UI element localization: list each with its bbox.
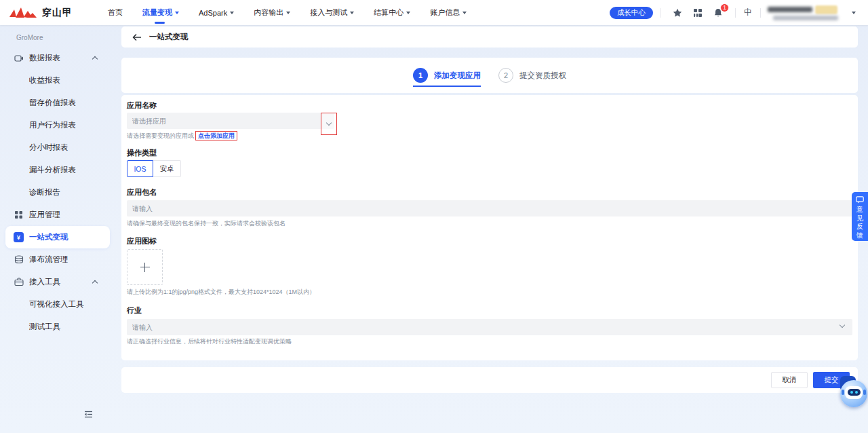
- app-icon-upload[interactable]: [127, 249, 163, 285]
- divider: [735, 8, 736, 18]
- coins-stack-icon: [14, 255, 24, 265]
- sidebar-item-one-stop-monetization[interactable]: ¥ 一站式变现: [5, 226, 110, 248]
- chevron-down-icon: [286, 12, 290, 14]
- chevron-down-icon: [350, 12, 354, 14]
- main-nav: 首页 流量变现 AdSpark 内容输出 接入与测试 结算中心 账户信息: [108, 0, 486, 25]
- form-footer: 取消 提交: [121, 367, 858, 393]
- notification-badge: 1: [720, 3, 729, 12]
- yuan-currency-icon: ¥: [14, 232, 24, 242]
- sidebar-item-diagnosis-report[interactable]: 诊断报告: [0, 181, 116, 204]
- add-app-form: 应用名称 请选择需要变现的应用或点击添加应用 操作类型 IOS 安卓 应用包名 …: [121, 95, 858, 360]
- sidebar-item-test-tool[interactable]: 测试工具: [0, 316, 116, 338]
- customer-service-robot[interactable]: [838, 376, 868, 409]
- sidebar-item-visual-integration-tool[interactable]: 可视化接入工具: [0, 293, 116, 316]
- nav-item-adspark[interactable]: AdSpark: [199, 0, 234, 25]
- sidebar-item-user-behavior-report[interactable]: 用户行为报表: [0, 114, 116, 136]
- app-name-select[interactable]: [127, 113, 334, 129]
- sidebar-item-funnel-analysis-report[interactable]: 漏斗分析报表: [0, 159, 116, 181]
- industry-hint: 请正确选择行业信息，后续将针对行业特性适配变现调优策略: [127, 337, 292, 346]
- pangle-logo-icon: [9, 7, 37, 19]
- back-icon[interactable]: [132, 33, 142, 41]
- apps-grid-icon[interactable]: [692, 7, 703, 18]
- stepper: 1 添加变现应用 2 提交资质授权: [121, 58, 858, 93]
- navbar-right: 成长中心 1 中: [610, 3, 856, 23]
- feedback-tab[interactable]: 意见反馈: [852, 192, 868, 241]
- nav-item-content-output[interactable]: 内容输出: [254, 0, 290, 25]
- divider: [760, 8, 761, 18]
- robot-ear: [863, 390, 866, 395]
- feedback-label: 意见反馈: [856, 206, 864, 240]
- chevron-down-icon: [326, 120, 332, 126]
- package-name-hint: 请确保与最终变现的包名保持一致，实际请求会校验该包名: [127, 219, 285, 228]
- top-navbar: 穿山甲 首页 流量变现 AdSpark 内容输出 接入与测试 结算中心 账户信息…: [0, 0, 868, 25]
- chevron-up-icon: [92, 56, 98, 62]
- app-name-select-input[interactable]: [127, 113, 334, 129]
- page: 穿山甲 首页 流量变现 AdSpark 内容输出 接入与测试 结算中心 账户信息…: [0, 0, 868, 433]
- sidebar-item-integration-tools[interactable]: 接入工具: [0, 271, 116, 293]
- logo-text: 穿山甲: [42, 7, 73, 19]
- chevron-down-icon: [462, 12, 467, 14]
- chevron-up-icon: [92, 280, 98, 286]
- chevron-down-icon: [852, 12, 856, 14]
- step-label: 提交资质授权: [519, 71, 566, 81]
- plus-icon: [140, 263, 150, 272]
- redacted-account-id: [773, 16, 838, 20]
- bell-icon[interactable]: 1: [713, 7, 724, 18]
- divider: [660, 8, 660, 18]
- industry-label: 行业: [127, 305, 142, 316]
- step-submit-qualification[interactable]: 2 提交资质授权: [498, 58, 566, 93]
- sidebar-item-hourly-report[interactable]: 分小时报表: [0, 136, 116, 159]
- sidebar-item-app-management[interactable]: 应用管理: [0, 204, 116, 226]
- app-name-label: 应用名称: [127, 100, 157, 111]
- annotation-box-select-arrow: [321, 113, 337, 135]
- robot-avatar: [840, 380, 867, 407]
- briefcase-icon: [14, 277, 24, 287]
- account-menu[interactable]: [768, 3, 848, 23]
- os-option-android[interactable]: 安卓: [153, 160, 181, 177]
- main-content: 一站式变现 1 添加变现应用 2 提交资质授权 应用名称 请选择需要变现的应用或…: [121, 25, 858, 393]
- redacted-account-name: [768, 7, 812, 12]
- app-name-hint: 请选择需要变现的应用或点击添加应用: [127, 132, 237, 140]
- step-add-monetization-app[interactable]: 1 添加变现应用: [413, 58, 481, 93]
- app-icon-hint: 请上传比例为1:1的jpg/png格式文件，最大支持1024*1024（1M以内…: [127, 288, 315, 297]
- nav-item-monetization[interactable]: 流量变现: [142, 0, 179, 25]
- star-icon[interactable]: [672, 7, 683, 18]
- robot-eye: [855, 391, 858, 394]
- sidebar-item-retention-value-report[interactable]: 留存价值报表: [0, 92, 116, 114]
- os-type-label: 操作类型: [127, 148, 157, 158]
- chevron-down-icon: [230, 12, 234, 14]
- step-number: 2: [498, 68, 513, 83]
- cancel-button[interactable]: 取消: [771, 372, 808, 388]
- grid-squares-icon: [14, 210, 24, 220]
- add-app-link[interactable]: 点击添加应用: [195, 131, 237, 140]
- chevron-down-icon: [175, 12, 179, 14]
- nav-item-account-info[interactable]: 账户信息: [430, 0, 467, 25]
- page-title: 一站式变现: [149, 32, 189, 42]
- step-number: 1: [413, 68, 428, 83]
- os-option-ios[interactable]: IOS: [127, 160, 153, 177]
- robot-eye: [850, 391, 853, 394]
- sidebar-item-revenue-report[interactable]: 收益报表: [0, 69, 116, 92]
- sidebar-item-waterfall-management[interactable]: 瀑布流管理: [0, 248, 116, 271]
- nav-item-home[interactable]: 首页: [108, 0, 123, 25]
- robot-visor: [848, 389, 861, 396]
- nav-item-settlement[interactable]: 结算中心: [374, 0, 410, 25]
- sidebar: GroMore 数据报表 收益报表 留存价值报表 用户行为报表 分小时报表 漏斗…: [0, 25, 116, 433]
- package-name-input[interactable]: [127, 200, 852, 216]
- sidebar-collapse-icon[interactable]: [83, 409, 94, 419]
- industry-select-input[interactable]: [127, 319, 852, 335]
- nav-item-integration-test[interactable]: 接入与测试: [310, 0, 354, 25]
- growth-center-button[interactable]: 成长中心: [610, 7, 653, 19]
- redacted-account-badge: [815, 5, 837, 14]
- sidebar-section-label: GroMore: [16, 34, 116, 41]
- pangle-logo[interactable]: 穿山甲: [9, 7, 73, 19]
- app-icon-label: 应用图标: [127, 236, 157, 246]
- report-video-icon: [14, 53, 24, 63]
- sidebar-item-data-reports[interactable]: 数据报表: [0, 47, 116, 69]
- step-label: 添加变现应用: [434, 71, 481, 81]
- language-toggle[interactable]: 中: [744, 7, 752, 18]
- os-type-segmented-control: IOS 安卓: [127, 160, 181, 177]
- feedback-chat-icon: [856, 196, 864, 204]
- page-header: 一站式变现: [121, 26, 858, 48]
- industry-select[interactable]: [127, 319, 852, 335]
